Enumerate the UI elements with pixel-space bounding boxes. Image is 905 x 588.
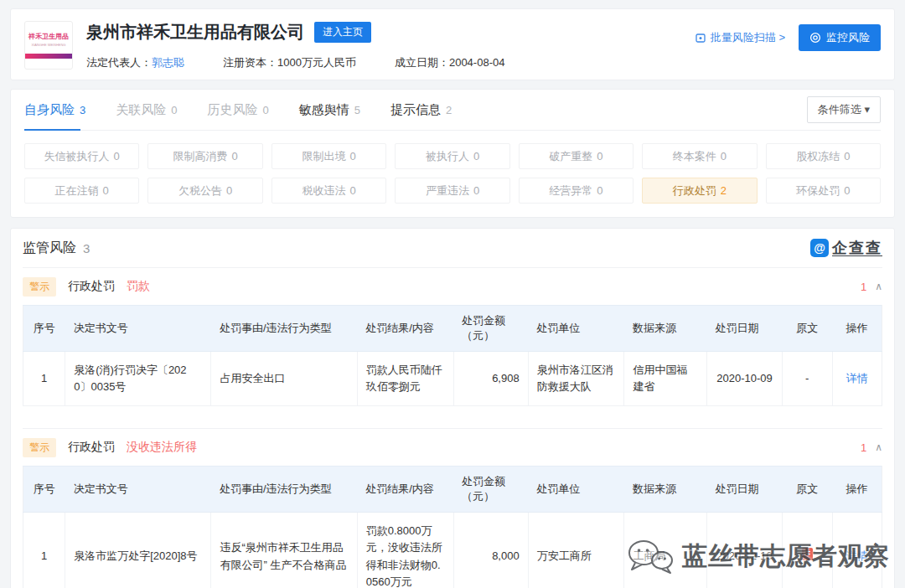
qichacha-logo: @ 企查查 [810,238,882,258]
section-title: 监管风险 [23,240,76,257]
tab-history-risk[interactable]: 历史风险0 [207,90,268,130]
tab-related-risk[interactable]: 关联风险0 [116,90,177,130]
logo-bar [25,54,72,59]
filter-exit-restriction[interactable]: 限制出境0 [272,143,386,169]
filter-consumption-restriction[interactable]: 限制高消费0 [147,143,262,169]
establish-date: 成立日期：2004-08-04 [395,55,505,70]
regulatory-risk-panel: 监管风险 3 @ 企查查 警示 行政处罚 罚款 1 ∧ 序号 决定书文号 处罚事… [10,228,895,588]
table-header-row: 序号 决定书文号 处罚事由/违法行为类型 处罚结果/内容 处罚金额（元） 处罚单… [23,306,882,352]
condition-filter-button[interactable]: 条件筛选 ▾ [807,96,881,123]
monitor-risk-button[interactable]: 监控风险 [799,24,881,51]
tab-self-risk[interactable]: 自身风险3 [24,90,85,130]
filter-tax-arrears[interactable]: 欠税公告0 [147,178,262,204]
filter-admin-penalty[interactable]: 行政处罚2 [642,178,757,204]
filter-env-penalty[interactable]: 环保处罚0 [766,178,881,204]
monitor-icon [809,32,821,44]
scan-icon [695,32,706,44]
logo-subtext: XIANGHE WEISHENG [32,43,66,47]
filter-serious-violation[interactable]: 严重违法0 [395,178,509,204]
chevron-up-icon[interactable]: ∧ [875,441,882,453]
penalty-group-fine: 警示 行政处罚 罚款 1 ∧ 序号 决定书文号 处罚事由/违法行为类型 处罚结果… [23,267,882,428]
filter-tax-violation[interactable]: 税收违法0 [272,178,386,204]
warning-badge: 警示 [23,277,56,297]
qichacha-icon: @ [810,239,829,257]
section-count: 3 [83,241,90,255]
original-doc-icon[interactable] [802,548,813,560]
detail-link[interactable]: 详情 [846,372,868,384]
filter-closed-case[interactable]: 终本案件0 [642,143,757,169]
filter-cancelling[interactable]: 正在注销0 [24,178,139,204]
company-logo: 祥禾卫生用品 XIANGHE WEISHENG [24,21,73,70]
warning-badge: 警示 [23,438,56,457]
logo-text: 祥禾卫生用品 [28,32,69,41]
filter-equity-freeze[interactable]: 股权冻结0 [766,143,881,169]
enter-homepage-button[interactable]: 进入主页 [314,22,371,43]
filter-dishonest-executee[interactable]: 失信被执行人0 [24,143,139,169]
penalty-table-confiscation: 序号 决定书文号 处罚事由/违法行为类型 处罚结果/内容 处罚金额（元） 处罚单… [23,466,882,588]
penalty-group-confiscation: 警示 行政处罚 没收违法所得 1 ∧ 序号 决定书文号 处罚事由/违法行为类型 … [23,428,882,588]
detail-link[interactable]: 详情 [846,549,868,562]
group-count: 1 [861,441,866,454]
company-header: 祥禾卫生用品 XIANGHE WEISHENG 泉州市祥禾卫生用品有限公司 进入… [10,8,895,80]
table-row: 1 泉洛市监万处字[2020]8号 违反“泉州市祥禾卫生用品有限公司” 生产不合… [23,513,882,588]
legal-rep-link[interactable]: 郭志聪 [152,56,184,69]
group-count: 1 [861,281,866,293]
table-header-row: 序号 决定书文号 处罚事由/违法行为类型 处罚结果/内容 处罚金额（元） 处罚单… [23,467,882,513]
table-row: 1 泉洛(消)行罚决字〔2020〕0035号 占用安全出口 罚款人民币陆仟玖佰零… [23,352,882,406]
batch-risk-scan-link[interactable]: 批量风险扫描 > [695,30,785,45]
tab-sensitive-opinion[interactable]: 敏感舆情5 [299,90,360,130]
page-title: 泉州市祥禾卫生用品有限公司 [86,21,304,44]
risk-filter-grid: 失信被执行人0 限制高消费0 限制出境0 被执行人0 破产重整0 终本案件0 股… [24,143,881,204]
registered-capital: 注册资本：1000万元人民币 [223,55,356,70]
caret-down-icon: ▾ [864,103,870,116]
tab-hint-info[interactable]: 提示信息2 [390,90,452,130]
penalty-table-fine: 序号 决定书文号 处罚事由/违法行为类型 处罚结果/内容 处罚金额（元） 处罚单… [23,305,882,406]
risk-tabs-panel: 自身风险3 关联风险0 历史风险0 敏感舆情5 提示信息2 条件筛选 ▾ 失信被… [10,89,895,218]
filter-executee[interactable]: 被执行人0 [395,143,509,169]
filter-abnormal-operation[interactable]: 经营异常0 [519,178,634,204]
chevron-up-icon[interactable]: ∧ [875,281,882,292]
filter-bankruptcy[interactable]: 破产重整0 [519,143,634,169]
legal-representative: 法定代表人：郭志聪 [86,55,184,70]
